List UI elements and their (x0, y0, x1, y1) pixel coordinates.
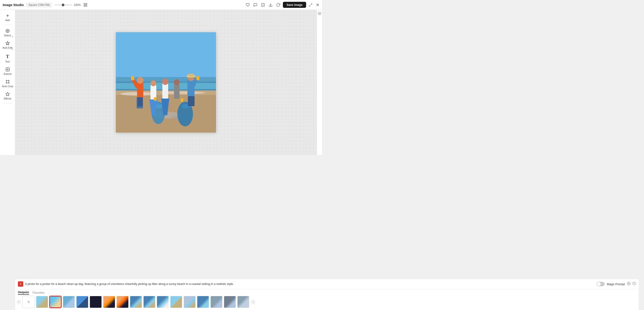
auto-edit-arrow: ▼ (12, 48, 14, 50)
save-image-button[interactable]: Save image (283, 2, 306, 8)
zoom-slider[interactable] (54, 5, 72, 5)
svg-marker-25 (6, 92, 10, 96)
svg-rect-3 (86, 5, 87, 6)
sidebar-item-text[interactable]: T Text (1, 52, 14, 65)
svg-rect-46 (131, 76, 134, 80)
sidebar-item-auto-edit-label: Auto Edit (2, 46, 12, 49)
sidebar-divider (3, 25, 12, 25)
sidebar-item-auto-edit[interactable]: Auto Edit ▼ (1, 39, 14, 51)
svg-rect-58 (196, 76, 200, 80)
heart-icon[interactable] (246, 3, 250, 7)
svg-rect-41 (137, 82, 143, 97)
svg-marker-63 (318, 12, 321, 14)
zoom-container: 100% (54, 3, 81, 7)
sidebar-item-select[interactable]: Select ▼ (1, 27, 14, 38)
sidebar-item-select-label: Select (4, 34, 11, 37)
svg-point-42 (137, 77, 144, 84)
right-sidebar (317, 10, 322, 155)
download-icon[interactable] (268, 3, 272, 7)
svg-rect-53 (188, 79, 194, 96)
topbar: Image Studio Square (768x768) 100% Save … (0, 0, 322, 10)
layers-icon[interactable] (318, 12, 321, 16)
select-icon (5, 29, 10, 33)
svg-rect-59 (138, 97, 143, 106)
canvas-area (15, 10, 317, 155)
sidebar-item-extend-label: Extend (4, 73, 11, 75)
svg-rect-61 (154, 97, 156, 101)
sidebar-item-auto-crop[interactable]: Auto Crop (1, 78, 14, 89)
effects-icon (5, 92, 10, 96)
select-arrow: ▼ (12, 36, 14, 38)
svg-rect-2 (84, 5, 85, 6)
sidebar-item-text-label: Text (5, 60, 10, 63)
canvas-image (116, 32, 216, 133)
refresh-icon[interactable] (276, 3, 280, 7)
svg-rect-24 (6, 81, 9, 83)
auto-crop-icon (5, 80, 10, 84)
info-icon[interactable] (261, 3, 265, 7)
sidebar-item-effects[interactable]: Effects (1, 90, 14, 101)
fullscreen-icon[interactable] (309, 3, 312, 7)
close-icon[interactable]: ✕ (316, 3, 319, 8)
fit-screen-icon[interactable] (84, 3, 88, 7)
sidebar-item-auto-crop-label: Auto Crop (2, 85, 13, 88)
app-title: Image Studio (3, 3, 24, 7)
svg-rect-51 (174, 84, 180, 99)
auto-edit-icon (5, 41, 10, 46)
format-label: Square (768x768) (26, 3, 52, 7)
svg-point-52 (174, 79, 180, 85)
main-layout: Add Select ▼ Auto Edit ▼ T Text (0, 10, 322, 155)
svg-rect-56 (188, 74, 194, 77)
svg-point-50 (162, 79, 168, 85)
svg-rect-62 (181, 98, 183, 102)
feedback-icon[interactable] (253, 3, 258, 7)
add-icon (5, 14, 10, 18)
topbar-icons (246, 3, 280, 7)
sidebar-divider-2 (3, 103, 12, 103)
sidebar-item-effects-label: Effects (4, 97, 11, 100)
svg-point-19 (7, 69, 8, 70)
svg-point-48 (150, 80, 156, 86)
svg-rect-49 (162, 83, 168, 99)
sidebar: Add Select ▼ Auto Edit ▼ T Text (0, 10, 15, 155)
svg-line-9 (309, 5, 310, 6)
text-icon: T (6, 54, 9, 59)
sidebar-item-add-label: Add (5, 19, 10, 22)
sidebar-item-add[interactable]: Add (1, 12, 14, 23)
svg-rect-60 (188, 96, 194, 106)
svg-rect-4 (262, 3, 265, 7)
svg-point-13 (7, 31, 8, 32)
sidebar-item-extend[interactable]: Extend (1, 65, 14, 77)
svg-rect-0 (84, 3, 85, 5)
svg-rect-1 (86, 3, 87, 5)
svg-line-8 (311, 4, 312, 5)
extend-icon (5, 67, 10, 72)
zoom-label: 100% (74, 3, 81, 7)
